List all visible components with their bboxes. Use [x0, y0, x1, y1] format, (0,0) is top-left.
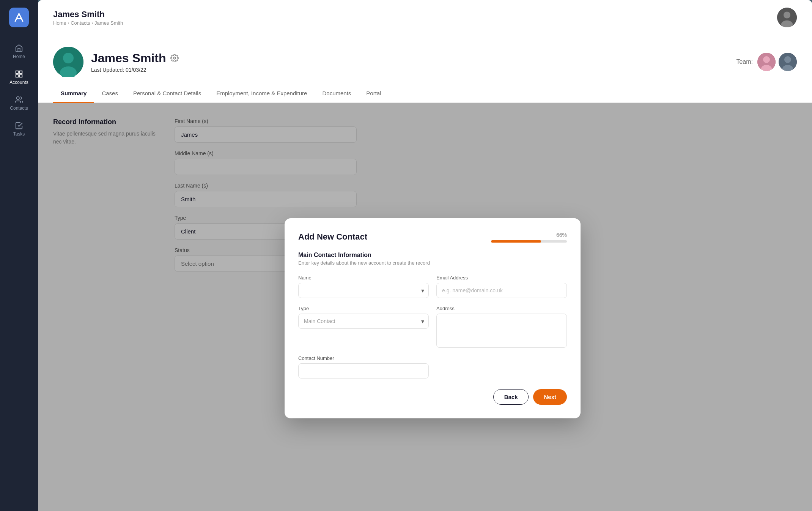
svg-point-13	[763, 56, 770, 63]
svg-rect-3	[20, 75, 22, 77]
back-button[interactable]: Back	[493, 389, 529, 405]
modal-address-label: Address	[436, 306, 567, 311]
page-header: James Smith Home › Contacts › James Smit…	[38, 0, 812, 35]
contact-number-input[interactable]	[298, 363, 429, 379]
progress-section: 66%	[491, 232, 567, 243]
modal-field-contact-number: Contact Number	[298, 355, 429, 379]
app-logo[interactable]	[9, 8, 29, 27]
sidebar-item-contacts[interactable]: Contacts	[0, 90, 38, 116]
modal-description: Enter key details about the new account …	[298, 260, 567, 266]
address-textarea[interactable]	[436, 314, 567, 348]
svg-rect-1	[20, 71, 22, 73]
tab-cases[interactable]: Cases	[94, 85, 126, 103]
progress-percentage: 66%	[491, 232, 567, 238]
modal-field-type: Type Main Contact ▾	[298, 306, 429, 348]
profile-section: James Smith Last Updated: 01/03/22 Team:	[38, 35, 812, 77]
type-select-wrapper: Main Contact ▾	[298, 314, 429, 329]
page-title: James Smith	[53, 9, 123, 19]
modal-overlay[interactable]: Add New Contact 66% Main Contact Informa…	[38, 103, 812, 511]
team-avatars	[757, 53, 797, 71]
header-info: James Smith Home › Contacts › James Smit…	[53, 9, 123, 26]
modal-field-email: Email Address	[436, 275, 567, 298]
main-content: James Smith Home › Contacts › James Smit…	[38, 0, 812, 511]
content-area: Record Information Vitae pellentesque se…	[38, 103, 812, 511]
modal-title: Add New Contact	[298, 232, 367, 242]
modal-type-label: Type	[298, 306, 429, 311]
team-section: Team:	[736, 53, 797, 71]
svg-point-16	[784, 56, 791, 63]
modal-name-label: Name	[298, 275, 429, 281]
email-input[interactable]	[436, 283, 567, 298]
svg-point-9	[63, 53, 74, 63]
svg-rect-0	[16, 71, 18, 73]
name-select-wrapper: ▾	[298, 283, 429, 298]
next-button[interactable]: Next	[533, 389, 567, 405]
profile-avatar	[53, 47, 83, 77]
add-new-contact-modal: Add New Contact 66% Main Contact Informa…	[285, 218, 581, 418]
progress-bar-background	[491, 240, 567, 243]
sidebar-item-accounts[interactable]: Accounts	[0, 65, 38, 90]
tab-portal[interactable]: Portal	[359, 85, 389, 103]
team-label: Team:	[736, 58, 753, 65]
tab-documents[interactable]: Documents	[315, 85, 359, 103]
team-member-1-avatar[interactable]	[757, 53, 776, 71]
modal-header: Add New Contact 66%	[298, 232, 567, 243]
modal-field-address: Address	[436, 306, 567, 348]
progress-bar-fill	[491, 240, 541, 243]
name-select[interactable]	[298, 283, 429, 298]
svg-point-6	[784, 11, 790, 18]
team-member-2-avatar[interactable]	[779, 53, 797, 71]
profile-last-updated: Last Updated: 01/03/22	[91, 67, 729, 73]
sidebar-item-contacts-label: Contacts	[10, 106, 28, 111]
modal-footer: Back Next	[298, 389, 567, 405]
sidebar-item-tasks[interactable]: Tasks	[0, 116, 38, 142]
svg-point-4	[17, 97, 19, 99]
sidebar-item-home[interactable]: Home	[0, 39, 38, 65]
modal-field-name: Name ▾	[298, 275, 429, 298]
sidebar-item-accounts-label: Accounts	[9, 80, 28, 85]
modal-subtitle: Main Contact Information	[298, 252, 567, 259]
profile-info: James Smith Last Updated: 01/03/22	[91, 51, 729, 73]
sidebar-item-home-label: Home	[13, 54, 25, 59]
settings-icon[interactable]	[170, 51, 179, 65]
svg-rect-2	[16, 75, 18, 77]
navigation-tabs: Summary Cases Personal & Contact Details…	[38, 85, 812, 103]
modal-contact-number-label: Contact Number	[298, 355, 429, 361]
breadcrumb: Home › Contacts › James Smith	[53, 20, 123, 26]
modal-form: Name ▾ Email Address	[298, 275, 567, 379]
type-select[interactable]: Main Contact	[298, 314, 429, 329]
sidebar-item-tasks-label: Tasks	[13, 131, 25, 137]
modal-email-label: Email Address	[436, 275, 567, 281]
sidebar: Home Accounts Contacts Tasks	[0, 0, 38, 511]
tab-summary[interactable]: Summary	[53, 85, 94, 103]
profile-name: James Smith	[91, 51, 729, 65]
tab-personal[interactable]: Personal & Contact Details	[126, 85, 209, 103]
svg-point-11	[174, 57, 176, 59]
header-user-avatar[interactable]	[777, 8, 797, 27]
header-avatar-placeholder	[777, 8, 797, 27]
tab-employment[interactable]: Employment, Income & Expenditure	[209, 85, 315, 103]
